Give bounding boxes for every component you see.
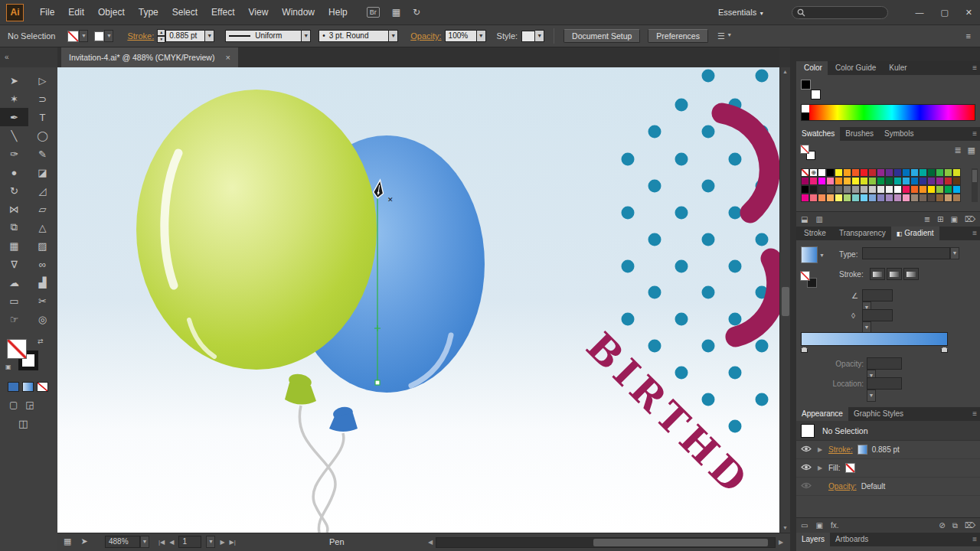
swatch[interactable] bbox=[809, 168, 818, 177]
fill-swatch[interactable] bbox=[7, 339, 27, 359]
tab-brushes[interactable]: Brushes bbox=[840, 127, 879, 141]
direct-selection-tool[interactable]: ▷ bbox=[28, 71, 57, 90]
ellipse-tool[interactable]: ◯ bbox=[28, 126, 57, 145]
swatch[interactable] bbox=[927, 177, 936, 185]
eyedropper-tool[interactable]: ∇ bbox=[0, 255, 28, 273]
vertical-scrollbar[interactable]: ▲ ▼ bbox=[779, 67, 790, 533]
swatch[interactable] bbox=[877, 194, 885, 202]
bridge-icon[interactable]: Br bbox=[367, 7, 380, 18]
swatch[interactable] bbox=[927, 185, 936, 194]
swatch[interactable] bbox=[910, 185, 919, 194]
menu-effect[interactable]: Effect bbox=[204, 0, 241, 25]
gradient-angle-field[interactable] bbox=[862, 289, 893, 302]
stroke-gradient-within-button[interactable] bbox=[870, 268, 885, 280]
swatch[interactable] bbox=[851, 168, 860, 177]
free-transform-tool[interactable]: ▱ bbox=[28, 200, 57, 218]
swatch[interactable] bbox=[902, 185, 910, 194]
tab-transparency[interactable]: Transparency bbox=[831, 227, 891, 241]
swatch[interactable] bbox=[843, 185, 851, 194]
swatch[interactable] bbox=[944, 168, 952, 177]
swatch[interactable] bbox=[902, 168, 910, 177]
tab-graphic-styles[interactable]: Graphic Styles bbox=[848, 407, 909, 421]
swatch[interactable] bbox=[801, 177, 809, 185]
minimize-button[interactable]: — bbox=[915, 0, 923, 25]
artboard-number-field[interactable]: 1 bbox=[178, 536, 201, 548]
swatch[interactable] bbox=[818, 194, 826, 202]
stroke-gradient-across-button[interactable] bbox=[903, 268, 919, 280]
color-spectrum-bar[interactable] bbox=[801, 104, 975, 121]
swatch[interactable] bbox=[952, 168, 961, 177]
scroll-right-icon[interactable]: ▶ bbox=[776, 539, 786, 546]
swatch[interactable] bbox=[910, 194, 919, 202]
stroke-panel-link[interactable]: Stroke: bbox=[127, 31, 154, 41]
menu-select[interactable]: Select bbox=[165, 0, 204, 25]
swatch[interactable] bbox=[851, 194, 860, 202]
mesh-tool[interactable]: ▦ bbox=[0, 236, 28, 255]
perspective-grid-tool[interactable]: △ bbox=[28, 218, 57, 236]
scale-tool[interactable]: ◿ bbox=[28, 181, 57, 200]
toolbar-collapse-icon[interactable]: « bbox=[0, 47, 57, 67]
swatch[interactable] bbox=[868, 185, 877, 194]
swatch[interactable] bbox=[927, 194, 936, 202]
new-swatch-icon[interactable]: ▣ bbox=[950, 215, 957, 223]
swatch-kinds-icon[interactable]: ▥ bbox=[815, 215, 822, 223]
shape-builder-tool[interactable]: ⧉ bbox=[0, 218, 28, 236]
panel-options-icon[interactable]: ≡ bbox=[966, 31, 971, 41]
visibility-eye-icon[interactable] bbox=[801, 445, 813, 454]
grid-view-icon[interactable]: ▦ bbox=[968, 145, 975, 155]
cs-live-icon[interactable]: ↻ bbox=[413, 7, 420, 18]
tab-color[interactable]: Color bbox=[796, 61, 828, 76]
opacity-caret-icon[interactable]: ▼ bbox=[477, 30, 486, 42]
tab-swatches[interactable]: Swatches bbox=[796, 127, 840, 141]
style-caret-icon[interactable]: ▼ bbox=[535, 30, 544, 42]
panel-menu-icon[interactable]: ≡ bbox=[972, 407, 977, 421]
tab-symbols[interactable]: Symbols bbox=[879, 127, 919, 141]
gradient-preview-chip[interactable] bbox=[801, 246, 818, 263]
search-input[interactable] bbox=[792, 6, 888, 19]
swatch[interactable] bbox=[851, 185, 860, 194]
swatch[interactable] bbox=[801, 194, 809, 202]
swatch[interactable] bbox=[877, 177, 885, 185]
swatch[interactable] bbox=[885, 185, 893, 194]
swatch[interactable] bbox=[818, 185, 826, 194]
lasso-tool[interactable]: ⊃ bbox=[28, 90, 57, 108]
slice-tool[interactable]: ✂ bbox=[28, 292, 57, 310]
add-effect-icon[interactable]: fx. bbox=[831, 521, 839, 530]
swatch[interactable] bbox=[809, 185, 818, 194]
pen-tool[interactable]: ✒ bbox=[0, 108, 28, 126]
gradient-stop-right[interactable] bbox=[941, 347, 948, 353]
column-graph-tool[interactable]: ▟ bbox=[28, 273, 57, 292]
horizontal-scroll-thumb[interactable] bbox=[593, 539, 768, 546]
menu-file[interactable]: File bbox=[33, 0, 61, 25]
gradient-slider[interactable] bbox=[801, 332, 948, 346]
selection-tool[interactable]: ➤ bbox=[0, 71, 28, 90]
swatch[interactable] bbox=[936, 168, 944, 177]
visibility-eye-icon[interactable] bbox=[801, 464, 813, 472]
swatch[interactable] bbox=[936, 177, 944, 185]
appearance-item-label[interactable]: Stroke: bbox=[828, 445, 853, 454]
hand-tool[interactable]: ☞ bbox=[0, 310, 28, 328]
swatch[interactable] bbox=[877, 185, 885, 194]
swatch[interactable] bbox=[927, 168, 936, 177]
swatch[interactable] bbox=[868, 168, 877, 177]
width-profile-select[interactable]: Uniform bbox=[225, 30, 302, 42]
default-fill-stroke-icon[interactable]: ▣ bbox=[5, 364, 11, 370]
stroke-weight-field[interactable]: 0.885 pt bbox=[165, 30, 205, 42]
swatch[interactable] bbox=[818, 177, 826, 185]
swatch[interactable] bbox=[860, 194, 868, 202]
swap-fill-stroke-icon[interactable]: ⇄ bbox=[38, 337, 44, 345]
align-icon[interactable]: ☰ bbox=[717, 31, 725, 41]
swatch[interactable] bbox=[919, 168, 927, 177]
tab-color-guide[interactable]: Color Guide bbox=[828, 61, 881, 76]
panel-menu-icon[interactable]: ≡ bbox=[972, 533, 977, 546]
expand-arrow-icon[interactable]: ▶ bbox=[818, 465, 824, 471]
swatch-scrollbar[interactable] bbox=[972, 168, 978, 202]
gradient-chip-caret-icon[interactable]: ▼ bbox=[819, 253, 825, 258]
swatch[interactable] bbox=[893, 194, 902, 202]
swatch[interactable] bbox=[936, 185, 944, 194]
brush-caret-icon[interactable]: ▼ bbox=[389, 30, 398, 42]
swatch-options-icon[interactable]: ≣ bbox=[924, 215, 930, 223]
swatch[interactable] bbox=[826, 168, 835, 177]
stroke-weight-stepper[interactable]: ▲▼ bbox=[157, 29, 165, 43]
swatch[interactable] bbox=[885, 168, 893, 177]
